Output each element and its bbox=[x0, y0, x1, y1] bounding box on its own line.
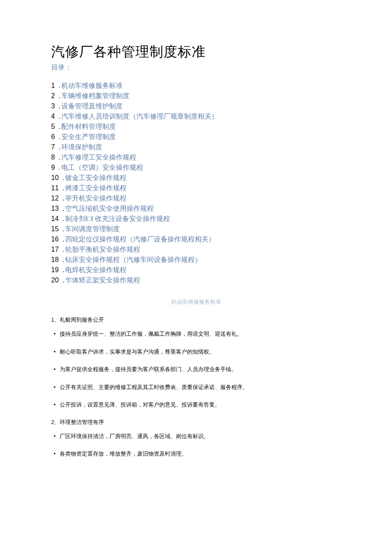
toc-item-dot: . bbox=[57, 133, 61, 140]
toc-item-number: 13 bbox=[51, 205, 59, 212]
toc-item-dot: . bbox=[61, 246, 64, 253]
toc-item-dot: . bbox=[57, 102, 61, 110]
toc-item-text: 举升机安全操作规程 bbox=[65, 195, 127, 202]
bullet-list-1: 接待员应身穿统一、整洁的工作服，佩戴工作胸牌，用语文明、迎送有礼。耐心听取客户诉… bbox=[51, 330, 341, 409]
toc-item-dot: . bbox=[61, 205, 64, 212]
toc-item[interactable]: 19 .电焊机安全操作规程 bbox=[51, 265, 341, 275]
toc-item-text: 安全生产管理制度 bbox=[61, 133, 116, 140]
toc-item-number: 12 bbox=[51, 195, 59, 202]
toc-item[interactable]: 20 .乍体矫正架安全操作规程 bbox=[51, 275, 341, 285]
toc-item[interactable]: 5 .配件材料管理制度 bbox=[51, 122, 341, 132]
section-subheading-2: 2、环境整洁管理有序 bbox=[51, 418, 341, 426]
toc-item[interactable]: 13 .空气压缩机安全使用操作规程 bbox=[51, 203, 341, 214]
toc-item-number: 1 bbox=[51, 82, 55, 89]
toc-item-text: 汽车修理工安全操作规程 bbox=[61, 154, 136, 161]
toc-item-text: 轮胎平衡机安全操作规程 bbox=[65, 246, 140, 253]
toc-item-text: 制冷剂I□l 收充注设备安全操作规程 bbox=[65, 215, 170, 222]
toc-item-text: 汽车维修人员培训制度（汽车修理厂规章制度相关） bbox=[61, 113, 218, 120]
toc-item-dot: . bbox=[61, 235, 64, 243]
toc-item-number: 9 bbox=[51, 164, 55, 171]
toc-item-text: 机动车维修服务标准 bbox=[61, 82, 123, 89]
toc-item-dot: . bbox=[61, 276, 64, 284]
toc-item[interactable]: 12 .举升机安全操作规程 bbox=[51, 193, 341, 203]
toc-item-number: 5 bbox=[51, 123, 55, 130]
toc-item-dot: . bbox=[61, 174, 64, 181]
toc-item-text: 空气压缩机安全使用操作规程 bbox=[65, 205, 154, 212]
document-page: 汽修厂各种管理制度标准 目录： 1 .机动车维修服务标准2 .车辆维修档案管理制… bbox=[0, 0, 392, 493]
toc-item-dot: . bbox=[61, 215, 64, 222]
toc-item-number: 18 bbox=[51, 256, 59, 263]
toc-item-text: 环境保护制度 bbox=[61, 143, 102, 151]
toc-item-text: 设备管理及维护制度 bbox=[61, 102, 123, 110]
toc-item[interactable]: 1 .机动车维修服务标准 bbox=[51, 81, 341, 91]
toc-item-text: 乍体矫正架安全操作规程 bbox=[65, 276, 140, 284]
toc-item[interactable]: 8 .汽车修理工安全操作规程 bbox=[51, 152, 341, 163]
toc-item-dot: . bbox=[57, 154, 61, 161]
bullet-item: 接待员应身穿统一、整洁的工作服，佩戴工作胸牌，用语文明、迎送有礼。 bbox=[51, 330, 341, 338]
toc-item-dot: . bbox=[61, 225, 64, 232]
toc-item-dot: . bbox=[57, 82, 61, 89]
toc-item[interactable]: 17 .轮胎平衡机安全操作规程 bbox=[51, 244, 341, 255]
toc-item-number: 16 bbox=[51, 235, 59, 243]
bullet-item: 为客户提供全程服务，接待员要为客户联系各部门、人员办理业务手续。 bbox=[51, 365, 341, 374]
toc-item-text: 四轮定位仪操作规程（汽修厂设备操作规程相关） bbox=[65, 235, 215, 243]
toc-item-dot: . bbox=[61, 256, 64, 263]
toc-item-number: 10 bbox=[51, 174, 59, 181]
toc-item-number: 20 bbox=[51, 276, 59, 284]
bullet-item: 耐心听取客户诉求，实事求是与客户沟通，尊重客户的知情权。 bbox=[51, 348, 341, 356]
toc-list: 1 .机动车维修服务标准2 .车辆维修档案管理制度3 .设备管理及维护制度4 .… bbox=[51, 81, 341, 285]
toc-item-text: 车辆维修档案管理制度 bbox=[61, 92, 130, 99]
toc-item-text: 配件材料管理制度 bbox=[61, 123, 116, 130]
toc-item-number: 4 bbox=[51, 113, 55, 120]
toc-item-number: 14 bbox=[51, 215, 59, 222]
toc-item-number: 3 bbox=[51, 102, 55, 110]
toc-item[interactable]: 11 .烤漆工安全操作规程 bbox=[51, 183, 341, 193]
toc-item-number: 15 bbox=[51, 225, 59, 232]
toc-item-number: 2 bbox=[51, 92, 55, 99]
document-title: 汽修厂各种管理制度标准 bbox=[51, 43, 341, 61]
toc-label: 目录： bbox=[51, 63, 341, 72]
section-subheading-1: 1、礼貌周到服务公开 bbox=[51, 316, 341, 324]
toc-item-number: 7 bbox=[51, 143, 55, 151]
bullet-item: 公开投诉，设置意见薄、投诉箱，对客户的意见、投诉要有答复。 bbox=[51, 401, 341, 409]
toc-item-text: 电焊机安全操作规程 bbox=[65, 266, 127, 273]
toc-item[interactable]: 2 .车辆维修档案管理制度 bbox=[51, 91, 341, 101]
toc-item-dot: . bbox=[57, 113, 61, 120]
toc-item-number: 11 bbox=[51, 184, 59, 192]
toc-item[interactable]: 3 .设备管理及维护制度 bbox=[51, 101, 341, 111]
toc-item-dot: . bbox=[57, 164, 61, 171]
toc-item[interactable]: 9 .电工（空调）安全操作规程 bbox=[51, 163, 341, 173]
bullet-list-2: 厂区环境保持清洁，厂房明亮、通风，各区域、岗位有标识。各类物资定置存放，堆放整齐… bbox=[51, 432, 341, 458]
toc-item-dot: . bbox=[61, 184, 64, 192]
toc-item-number: 19 bbox=[51, 266, 59, 273]
toc-item-number: 6 bbox=[51, 133, 55, 140]
toc-item[interactable]: 14 .制冷剂I□l 收充注设备安全操作规程 bbox=[51, 214, 341, 224]
toc-item-dot: . bbox=[61, 195, 64, 202]
toc-item-dot: . bbox=[61, 266, 64, 273]
toc-item[interactable]: 10 .镀金工安全操作规程 bbox=[51, 173, 341, 183]
toc-item-text: 车间调度管理制度 bbox=[65, 225, 120, 232]
toc-item[interactable]: 7 .环境保护制度 bbox=[51, 142, 341, 152]
toc-item-dot: . bbox=[57, 123, 61, 130]
toc-item[interactable]: 4 .汽车维修人员培训制度（汽车修理厂规章制度相关） bbox=[51, 111, 341, 122]
bullet-item: 厂区环境保持清洁，厂房明亮、通风，各区域、岗位有标识。 bbox=[51, 432, 341, 441]
toc-item[interactable]: 15 .车间调度管理制度 bbox=[51, 224, 341, 234]
toc-item-dot: . bbox=[57, 143, 61, 151]
toc-item-number: 17 bbox=[51, 246, 59, 253]
bullet-item: 公开有关证照、主要的维修工程及其工时收费表、质量保证承诺、服务程序。 bbox=[51, 383, 341, 392]
section-heading: 机动车维修服务标准 bbox=[51, 298, 341, 306]
toc-item[interactable]: 16 .四轮定位仪操作规程（汽修厂设备操作规程相关） bbox=[51, 234, 341, 244]
toc-item[interactable]: 18 .钻床安全操作规程（汽修车间设备操作规程） bbox=[51, 255, 341, 265]
bullet-item: 各类物资定置存放，堆放整齐，废旧物资及时清理。 bbox=[51, 450, 341, 458]
toc-item-text: 镀金工安全操作规程 bbox=[65, 174, 127, 181]
toc-item-text: 钻床安全操作规程（汽修车间设备操作规程） bbox=[65, 256, 202, 263]
toc-item-text: 电工（空调）安全操作规程 bbox=[61, 164, 143, 171]
toc-item-text: 烤漆工安全操作规程 bbox=[65, 184, 127, 192]
toc-item-number: 8 bbox=[51, 154, 55, 161]
toc-item[interactable]: 6 .安全生产管理制度 bbox=[51, 132, 341, 142]
toc-item-dot: . bbox=[57, 92, 61, 99]
